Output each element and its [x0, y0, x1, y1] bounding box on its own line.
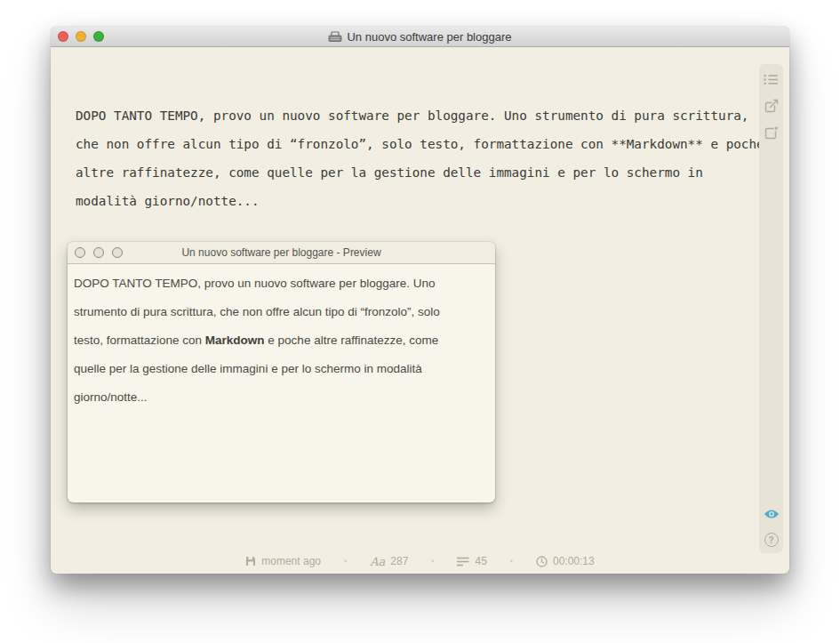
- word-count-value: 45: [475, 555, 486, 567]
- window-title: Un nuovo software per bloggare: [347, 30, 511, 44]
- preview-line: strumento di pura scrittura, che non off…: [74, 298, 440, 326]
- preview-zoom-button[interactable]: [112, 247, 123, 258]
- close-button[interactable]: [58, 31, 68, 42]
- preview-line: testo, formattazione con Markdown e poch…: [74, 326, 440, 355]
- tool-strip-bottom: ?: [759, 506, 783, 548]
- save-icon: [245, 556, 256, 567]
- status-separator: •: [510, 557, 513, 566]
- zoom-button[interactable]: [93, 31, 104, 42]
- window-title-group: Un nuovo software per bloggare: [328, 30, 511, 44]
- clock-icon: [536, 556, 548, 567]
- preview-eye-icon[interactable]: [764, 506, 780, 522]
- list-icon[interactable]: [764, 71, 780, 87]
- editor-line: modalità giorno/notte...: [76, 187, 764, 215]
- preview-content: DOPO TANTO TEMPO, provo un nuovo softwar…: [74, 269, 440, 412]
- session-timer: 00:00:13: [536, 555, 595, 567]
- session-timer-value: 00:00:13: [553, 555, 595, 567]
- preview-line: giorno/notte...: [74, 383, 440, 412]
- traffic-lights: [58, 27, 104, 46]
- char-count-value: 287: [390, 555, 408, 567]
- editor-line: DOPO TANTO TEMPO, provo un nuovo softwar…: [76, 101, 764, 130]
- preview-window: Un nuovo software per bloggare - Preview…: [68, 242, 495, 502]
- help-glyph: ?: [764, 533, 779, 547]
- char-count: Aa 287: [370, 555, 408, 568]
- save-status: moment ago: [245, 555, 321, 567]
- char-count-icon: Aa: [370, 555, 385, 568]
- status-separator: •: [344, 557, 347, 566]
- status-bar: moment ago • Aa 287 • 45 •: [51, 554, 789, 568]
- tool-strip: ?: [759, 64, 783, 553]
- editor-line: che non offre alcun tipo di “fronzolo”, …: [76, 130, 764, 158]
- preview-minimize-button[interactable]: [93, 247, 104, 258]
- preview-close-button[interactable]: [75, 247, 85, 258]
- export-icon[interactable]: [764, 125, 780, 141]
- preview-title: Un nuovo software per bloggare - Preview: [181, 246, 380, 259]
- main-titlebar: Un nuovo software per bloggare: [51, 27, 789, 47]
- status-separator: •: [431, 557, 434, 566]
- preview-line: quelle per la gestione delle immagini e …: [74, 355, 440, 383]
- preview-titlebar[interactable]: Un nuovo software per bloggare - Preview: [68, 242, 495, 264]
- share-icon[interactable]: [764, 98, 780, 114]
- preview-line: DOPO TANTO TEMPO, provo un nuovo softwar…: [74, 269, 440, 298]
- minimize-button[interactable]: [76, 31, 86, 42]
- typewriter-app-icon: [328, 31, 342, 43]
- save-status-text: moment ago: [261, 555, 321, 567]
- editor-area[interactable]: DOPO TANTO TEMPO, provo un nuovo softwar…: [76, 101, 764, 215]
- help-icon[interactable]: ?: [764, 532, 780, 548]
- editor-line: altre raffinatezze, come quelle per la g…: [76, 158, 764, 187]
- preview-traffic-lights: [75, 247, 123, 258]
- tool-strip-top: [759, 71, 783, 141]
- word-count-icon: [457, 557, 469, 567]
- desktop: Un nuovo software per bloggare DOPO TANT…: [0, 0, 840, 643]
- word-count: 45: [457, 555, 486, 567]
